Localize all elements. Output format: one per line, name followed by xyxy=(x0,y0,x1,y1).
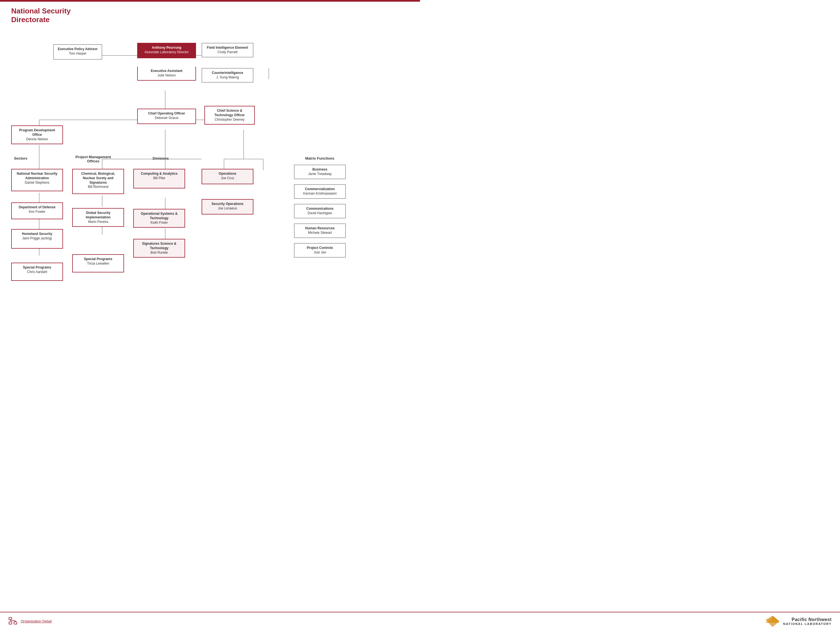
op-systems-box: Operational Systems & Technology Keith F… xyxy=(133,209,185,227)
special-prog-pmo-box: Special Programs Tricia Lewallen xyxy=(72,254,124,272)
chief-science-box: Chief Science & Technology Officer Chris… xyxy=(204,106,255,125)
special-prog-sectors-box: Special Programs Chris Aardahl xyxy=(11,263,63,281)
page-title: National Security Directorate xyxy=(0,2,420,27)
project-controls-box: Project Controls Juai Jao xyxy=(294,243,346,257)
computing-box: Computing & Analytics Bill Pike xyxy=(133,169,185,188)
sec-ops-box: Security Operations Joe Lenaeus xyxy=(202,199,253,215)
divisions-label: Divisions xyxy=(153,156,169,160)
matrix-label: Matrix Functions xyxy=(305,156,334,160)
nnsa-box: National Nuclear Security Administration… xyxy=(11,169,63,191)
sig-science-box: Signatures Science & Technology Bob Runk… xyxy=(133,239,185,257)
sectors-label: Sectors xyxy=(14,156,27,160)
project-mgmt-label: Project Management Offices xyxy=(75,155,111,163)
chem-bio-box: Chemical, Biological, Nuclear Surety and… xyxy=(72,169,124,194)
exec-policy-box: Executive Policy Advisor Tom Harper xyxy=(53,44,102,60)
operations-box: Operations Joe Cruz xyxy=(202,169,253,184)
exec-assistant-box: Executive Assistant Julie Nelson xyxy=(137,66,196,81)
chief-op-box: Chief Operating Officer Deborah Gracio xyxy=(137,109,196,124)
global-sec-box: Global Security Implementation Mario Per… xyxy=(72,208,124,227)
program-dev-box: Program Development Office Dennis Nelson xyxy=(11,125,63,144)
anthony-box: Anthony Peurrung Associate Laboratory Di… xyxy=(137,43,196,58)
commercialization-box: Commercialization Kannan Krishnaswami xyxy=(294,184,346,199)
business-box: Business Janie Treadway xyxy=(294,165,346,179)
field-intel-box: Field Intelligence Element Cindy Parnell xyxy=(202,43,253,57)
human-resources-box: Human Resources Michele Stewart xyxy=(294,223,346,238)
counterintelligence-box: Counterintelligence J. Sung Maeng xyxy=(202,68,253,82)
dod-box: Department of Defense Kim Fowler xyxy=(11,202,63,219)
homeland-box: Homeland Security Jami Prigge (acting) xyxy=(11,229,63,249)
communications-box: Communications David Hachigian xyxy=(294,204,346,218)
